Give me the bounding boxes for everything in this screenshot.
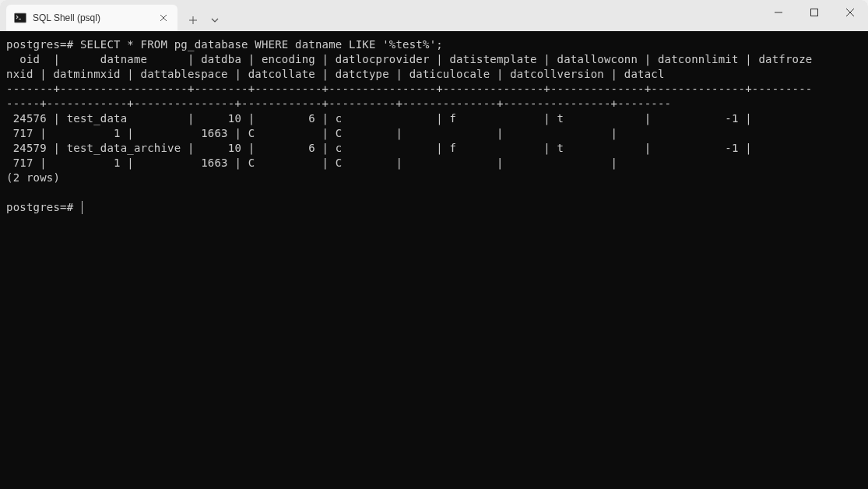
tab-dropdown-button[interactable] — [204, 9, 226, 31]
sql-command: SELECT * FROM pg_database WHERE datname … — [80, 38, 443, 51]
minimize-button[interactable] — [761, 0, 796, 25]
result-header-part1: oid | datname | datdba | encoding | datl… — [6, 53, 812, 65]
maximize-button[interactable] — [796, 0, 832, 25]
table-row: 24576 | test_data | 10 | 6 | c | f | t |… — [6, 112, 812, 125]
svg-rect-0 — [15, 13, 26, 23]
terminal-output[interactable]: postgres=# SELECT * FROM pg_database WHE… — [0, 31, 868, 489]
cursor — [82, 201, 83, 214]
prompt: postgres=# — [6, 201, 80, 213]
app-window: SQL Shell (psql) postgres=# — [0, 0, 868, 489]
tab-close-button[interactable] — [157, 12, 170, 24]
result-separator-part1: -------+-------------------+--------+---… — [6, 83, 812, 95]
prompt: postgres=# — [6, 38, 73, 51]
terminal-icon — [14, 12, 26, 24]
result-footer: (2 rows) — [6, 171, 60, 184]
tabs-area: SQL Shell (psql) — [0, 0, 226, 31]
tab-active[interactable]: SQL Shell (psql) — [6, 5, 177, 31]
new-tab-button[interactable] — [182, 9, 204, 31]
svg-rect-3 — [811, 9, 818, 16]
titlebar: SQL Shell (psql) — [0, 0, 868, 31]
table-row: 717 | 1 | 1663 | C | C | | | — [6, 127, 617, 139]
result-header-part2: nxid | datminmxid | dattablespace | datc… — [6, 68, 665, 80]
tab-title: SQL Shell (psql) — [33, 12, 151, 23]
window-controls — [761, 0, 868, 31]
table-row: 717 | 1 | 1663 | C | C | | | — [6, 157, 617, 169]
table-row: 24579 | test_data_archive | 10 | 6 | c |… — [6, 142, 812, 154]
result-separator-part2: -----+------------+---------------+-----… — [6, 97, 671, 110]
close-button[interactable] — [832, 0, 868, 25]
